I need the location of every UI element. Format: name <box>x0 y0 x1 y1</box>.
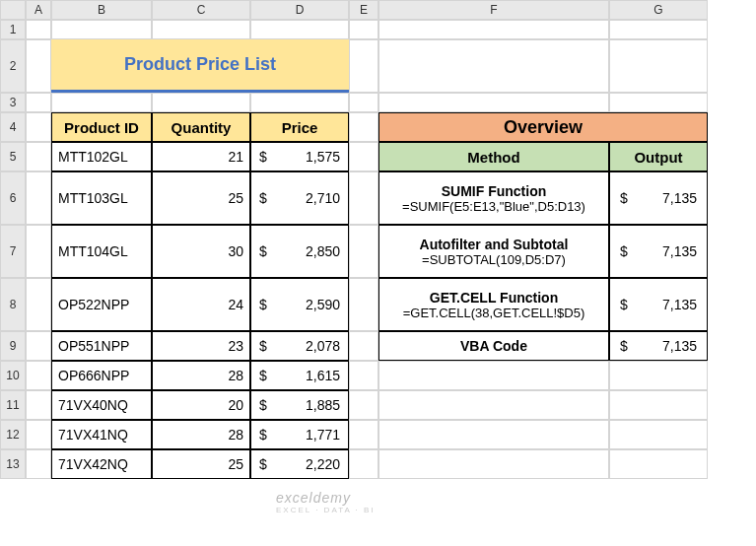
row-header-2[interactable]: 2 <box>0 39 26 93</box>
quantity-cell[interactable]: 20 <box>152 390 250 420</box>
cell[interactable] <box>26 390 51 420</box>
header-price[interactable]: Price <box>250 112 349 142</box>
cell[interactable] <box>349 39 378 93</box>
cell[interactable] <box>609 390 708 420</box>
row-header-4[interactable]: 4 <box>0 112 26 142</box>
row-header-9[interactable]: 9 <box>0 331 26 361</box>
row-header-6[interactable]: 6 <box>0 171 26 225</box>
cell[interactable] <box>26 361 51 390</box>
quantity-cell[interactable]: 24 <box>152 278 250 331</box>
header-quantity[interactable]: Quantity <box>152 112 250 142</box>
method-cell[interactable]: Autofilter and Subtotal=SUBTOTAL(109,D5:… <box>378 225 609 278</box>
quantity-cell[interactable]: 25 <box>152 449 250 479</box>
cell[interactable] <box>26 225 51 278</box>
col-header-G[interactable]: G <box>609 0 708 20</box>
header-product-id[interactable]: Product ID <box>51 112 152 142</box>
product-id-cell[interactable]: 71VX41NQ <box>51 420 152 449</box>
overview-header[interactable]: Overview <box>378 112 708 142</box>
price-cell[interactable]: $1,615 <box>250 361 349 390</box>
row-header-13[interactable]: 13 <box>0 449 26 479</box>
cell[interactable] <box>378 20 609 39</box>
product-id-cell[interactable]: MTT102GL <box>51 142 152 171</box>
price-cell[interactable]: $2,220 <box>250 449 349 479</box>
price-cell[interactable]: $2,078 <box>250 331 349 361</box>
cell[interactable] <box>378 449 609 479</box>
output-cell[interactable]: $7,135 <box>609 171 708 225</box>
col-header-C[interactable]: C <box>152 0 250 20</box>
quantity-cell[interactable]: 28 <box>152 361 250 390</box>
price-cell[interactable]: $2,590 <box>250 278 349 331</box>
cell[interactable] <box>349 331 378 361</box>
title-cell[interactable]: Product Price List <box>51 39 349 93</box>
cell[interactable] <box>609 361 708 390</box>
cell[interactable] <box>349 390 378 420</box>
output-cell[interactable]: $7,135 <box>609 225 708 278</box>
cell[interactable] <box>609 420 708 449</box>
overview-output-header[interactable]: Output <box>609 142 708 171</box>
cell[interactable] <box>250 20 349 39</box>
cell[interactable] <box>26 420 51 449</box>
row-header-1[interactable]: 1 <box>0 20 26 39</box>
cell[interactable] <box>349 449 378 479</box>
price-cell[interactable]: $2,850 <box>250 225 349 278</box>
cell[interactable] <box>609 93 708 112</box>
cell[interactable] <box>349 171 378 225</box>
product-id-cell[interactable]: OP666NPP <box>51 361 152 390</box>
row-header-8[interactable]: 8 <box>0 278 26 331</box>
cell[interactable] <box>609 449 708 479</box>
product-id-cell[interactable]: 71VX42NQ <box>51 449 152 479</box>
cell[interactable] <box>349 20 378 39</box>
cell[interactable] <box>250 93 349 112</box>
cell[interactable] <box>609 39 708 93</box>
cell[interactable] <box>26 449 51 479</box>
quantity-cell[interactable]: 25 <box>152 171 250 225</box>
row-header-5[interactable]: 5 <box>0 142 26 171</box>
cell[interactable] <box>609 20 708 39</box>
cell[interactable] <box>26 39 51 93</box>
col-header-D[interactable]: D <box>250 0 349 20</box>
cell[interactable] <box>349 225 378 278</box>
row-header-10[interactable]: 10 <box>0 361 26 390</box>
col-header-A[interactable]: A <box>26 0 51 20</box>
product-id-cell[interactable]: OP551NPP <box>51 331 152 361</box>
cell[interactable] <box>349 278 378 331</box>
method-cell[interactable]: GET.CELL Function=GET.CELL(38,GET.CELL!$… <box>378 278 609 331</box>
cell[interactable] <box>349 112 378 142</box>
cell[interactable] <box>26 142 51 171</box>
row-header-7[interactable]: 7 <box>0 225 26 278</box>
cell[interactable] <box>349 93 378 112</box>
cell[interactable] <box>26 278 51 331</box>
product-id-cell[interactable]: MTT104GL <box>51 225 152 278</box>
cell[interactable] <box>349 420 378 449</box>
product-id-cell[interactable]: MTT103GL <box>51 171 152 225</box>
price-cell[interactable]: $1,885 <box>250 390 349 420</box>
cell[interactable] <box>152 20 250 39</box>
row-header-12[interactable]: 12 <box>0 420 26 449</box>
quantity-cell[interactable]: 28 <box>152 420 250 449</box>
price-cell[interactable]: $2,710 <box>250 171 349 225</box>
price-cell[interactable]: $1,575 <box>250 142 349 171</box>
method-cell[interactable]: SUMIF Function=SUMIF(E5:E13,"Blue",D5:D1… <box>378 171 609 225</box>
output-cell[interactable]: $7,135 <box>609 331 708 361</box>
cell[interactable] <box>26 93 51 112</box>
cell[interactable] <box>378 420 609 449</box>
price-cell[interactable]: $1,771 <box>250 420 349 449</box>
quantity-cell[interactable]: 21 <box>152 142 250 171</box>
cell[interactable] <box>349 142 378 171</box>
cell[interactable] <box>26 171 51 225</box>
cell[interactable] <box>26 20 51 39</box>
row-header-11[interactable]: 11 <box>0 390 26 420</box>
cell[interactable] <box>51 93 152 112</box>
row-header-3[interactable]: 3 <box>0 93 26 112</box>
overview-method-header[interactable]: Method <box>378 142 609 171</box>
method-cell[interactable]: VBA Code <box>378 331 609 361</box>
quantity-cell[interactable]: 30 <box>152 225 250 278</box>
col-header-E[interactable]: E <box>349 0 378 20</box>
cell[interactable] <box>378 93 609 112</box>
product-id-cell[interactable]: OP522NPP <box>51 278 152 331</box>
cell[interactable] <box>51 20 152 39</box>
cell[interactable] <box>26 331 51 361</box>
cell[interactable] <box>378 390 609 420</box>
cell[interactable] <box>26 112 51 142</box>
col-header-B[interactable]: B <box>51 0 152 20</box>
